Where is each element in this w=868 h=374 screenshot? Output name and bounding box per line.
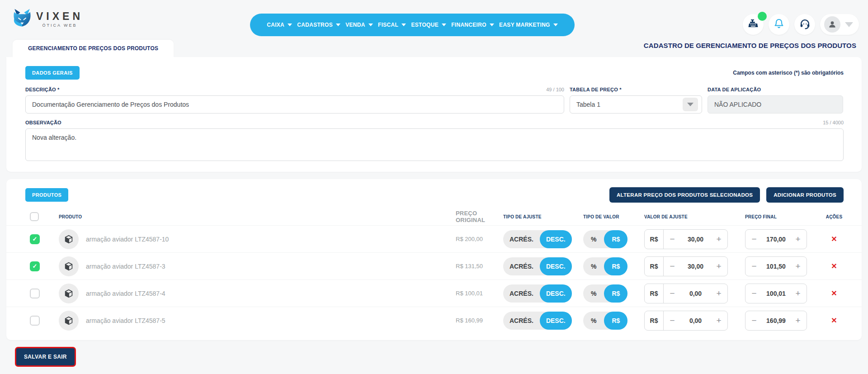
product-original-price: R$ 131,50 [456, 263, 503, 270]
remove-product-button[interactable]: ✕ [831, 316, 837, 325]
increment-button[interactable]: + [710, 289, 727, 298]
desconto-option[interactable]: DESC. [540, 230, 572, 248]
acrescimo-option[interactable]: ACRÉS. [503, 284, 540, 303]
percent-option[interactable]: % [583, 257, 604, 275]
currency-option[interactable]: R$ [604, 284, 627, 303]
decrement-button[interactable]: − [664, 316, 681, 326]
decrement-button[interactable]: − [664, 261, 681, 271]
final-price-input[interactable]: 160,99 [763, 317, 789, 324]
currency-option[interactable]: R$ [604, 257, 627, 275]
adjust-value-input[interactable]: 0,00 [681, 317, 710, 324]
tab-bar: GERENCIAMENTO DE PREÇOS DOS PRODUTOS CAD… [0, 40, 868, 57]
nav-item-venda[interactable]: VENDA [345, 22, 373, 28]
increment-button[interactable]: + [789, 234, 807, 244]
column-tipo-ajuste: TIPO DE AJUSTE [503, 214, 571, 219]
remove-product-button[interactable]: ✕ [831, 289, 837, 298]
decrement-button[interactable]: − [745, 261, 763, 271]
desconto-option[interactable]: DESC. [540, 312, 572, 330]
percent-option[interactable]: % [583, 230, 604, 248]
increment-button[interactable]: + [789, 289, 807, 298]
currency-option[interactable]: R$ [604, 312, 627, 330]
product-original-price: R$ 200,00 [456, 236, 503, 242]
desconto-option[interactable]: DESC. [540, 284, 572, 303]
tabela-preco-select[interactable]: Tabela 1 [570, 95, 702, 114]
nav-item-fiscal[interactable]: FISCAL [378, 22, 406, 28]
notifications-button[interactable] [769, 14, 789, 35]
adjust-value-input[interactable]: 30,00 [681, 236, 710, 243]
vixen-logo[interactable]: VIXEN ÓTICA WEB [12, 8, 83, 30]
table-row: armação aviador LTZ4587-5 R$ 160,99 ACRÉ… [6, 307, 862, 334]
select-chevron-button[interactable] [683, 98, 698, 111]
nav-item-estoque[interactable]: ESTOQUE [411, 22, 446, 28]
nav-item-label: ESTOQUE [411, 22, 439, 28]
support-button[interactable] [794, 14, 815, 35]
product-avatar [59, 256, 79, 276]
increment-button[interactable]: + [710, 316, 727, 326]
nav-item-caixa[interactable]: CAIXA [267, 22, 292, 28]
decrement-button[interactable]: − [745, 316, 763, 326]
adjust-value-input[interactable]: 0,00 [681, 290, 710, 297]
increment-button[interactable]: + [789, 261, 807, 271]
acrescimo-option[interactable]: ACRÉS. [503, 230, 540, 248]
alterar-preco-selecionados-button[interactable]: ALTERAR PREÇO DOS PRODUTOS SELECIONADOS [609, 187, 760, 203]
tab-gerenciamento-precos[interactable]: GERENCIAMENTO DE PREÇOS DOS PRODUTOS [13, 40, 174, 57]
decrement-button[interactable]: − [664, 234, 681, 244]
column-preco-original: PREÇO ORIGINAL [456, 210, 503, 223]
adjust-type-toggle: ACRÉS. DESC. [503, 230, 572, 248]
adjust-value-stepper: R$ − 30,00 + [644, 256, 728, 276]
final-price-input[interactable]: 100,01 [763, 290, 789, 297]
required-fields-note: Campos com asterisco (*) são obrigatório… [733, 70, 844, 76]
row-checkbox[interactable] [30, 289, 40, 298]
adjust-value-stepper: R$ − 0,00 + [644, 311, 728, 331]
dados-gerais-badge: DADOS GERAIS [25, 66, 80, 80]
adjust-value-input[interactable]: 30,00 [681, 263, 710, 270]
row-checkbox[interactable] [30, 316, 40, 326]
product-name: armação aviador LTZ4587-4 [86, 290, 456, 297]
final-price-stepper: − 101,50 + [745, 256, 807, 276]
logo-wordmark: VIXEN ÓTICA WEB [36, 10, 83, 28]
cash-register-icon [748, 18, 759, 31]
final-price-input[interactable]: 170,00 [763, 236, 789, 243]
chevron-down-icon [368, 24, 373, 26]
value-type-toggle: % R$ [583, 230, 627, 248]
notification-bell-icon [774, 18, 784, 31]
increment-button[interactable]: + [710, 234, 727, 244]
increment-button[interactable]: + [710, 261, 727, 271]
currency-option[interactable]: R$ [604, 230, 627, 248]
nav-item-easy-marketing[interactable]: EASY MARKETING [499, 22, 558, 28]
brand-name: VIXEN [36, 10, 83, 23]
adjust-type-toggle: ACRÉS. DESC. [503, 257, 572, 275]
desconto-option[interactable]: DESC. [540, 257, 572, 275]
decrement-button[interactable]: − [745, 289, 763, 298]
account-menu-button[interactable] [820, 14, 859, 35]
remove-product-button[interactable]: ✕ [831, 262, 837, 270]
dados-gerais-section: DADOS GERAIS Campos com asterisco (*) sã… [6, 57, 862, 172]
observacao-label: OBSERVAÇÃO [25, 120, 61, 125]
row-checkbox[interactable] [30, 261, 40, 271]
descricao-label: DESCRIÇÃO * [25, 87, 60, 92]
final-price-input[interactable]: 101,50 [763, 263, 789, 270]
descricao-input[interactable]: Documentação Gerenciamento de Preços dos… [25, 95, 564, 114]
descricao-char-counter: 49 / 100 [546, 87, 564, 92]
acrescimo-option[interactable]: ACRÉS. [503, 312, 540, 330]
products-table-header: PRODUTO PREÇO ORIGINAL TIPO DE AJUSTE TI… [6, 208, 862, 225]
nav-item-cadastros[interactable]: CADASTROS [297, 22, 340, 28]
cash-register-button[interactable] [743, 14, 764, 35]
nav-item-financeiro[interactable]: FINANCEIRO [451, 22, 494, 28]
nav-item-label: FISCAL [378, 22, 398, 28]
salvar-e-sair-button[interactable]: SALVAR E SAIR [16, 348, 75, 365]
percent-option[interactable]: % [583, 312, 604, 330]
acrescimo-option[interactable]: ACRÉS. [503, 257, 540, 275]
select-all-checkbox[interactable] [30, 212, 39, 221]
adjust-value-stepper: R$ − 0,00 + [644, 284, 728, 303]
decrement-button[interactable]: − [664, 289, 681, 298]
remove-product-button[interactable]: ✕ [831, 235, 837, 243]
page-title: CADASTRO DE GERENCIAMENTO DE PREÇOS DOS … [644, 42, 856, 49]
increment-button[interactable]: + [789, 316, 807, 326]
adicionar-produtos-button[interactable]: ADICIONAR PRODUTOS [766, 187, 844, 203]
row-checkbox[interactable] [30, 234, 40, 244]
percent-option[interactable]: % [583, 284, 604, 303]
decrement-button[interactable]: − [745, 234, 763, 244]
observacao-textarea[interactable]: Nova alteração. [25, 128, 844, 161]
product-original-price: R$ 100,01 [456, 290, 503, 297]
